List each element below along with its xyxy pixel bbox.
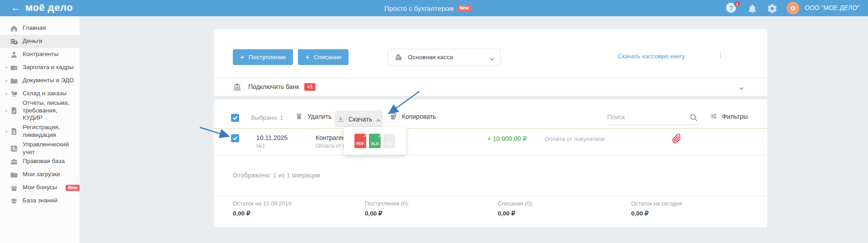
pdf-file-icon[interactable]: PDF: [354, 134, 366, 148]
download-format-menu: PDF XLS 1C: [344, 127, 406, 155]
operation-row[interactable]: 10.11.2025 №1 Контрагент Оплата от покуп…: [214, 128, 767, 155]
header-tagline[interactable]: Просто с бухгалтером: [384, 5, 453, 12]
select-all-checkbox[interactable]: [231, 114, 239, 122]
knowledge-icon: [10, 197, 18, 205]
cash-register-icon: [395, 53, 402, 61]
bank-icon: [233, 83, 241, 91]
briefcase-icon: [10, 158, 18, 166]
back-arrow-icon[interactable]: ←: [11, 2, 21, 14]
help-button[interactable]: ? 1: [726, 3, 738, 14]
cashbox-selected-value: Основная касса: [408, 54, 490, 61]
sidebar-item-dengi[interactable]: ₽ Деньги: [0, 35, 80, 48]
cart-icon: [10, 90, 18, 98]
copy-button[interactable]: Копировать: [390, 112, 436, 120]
bell-icon[interactable]: [747, 3, 758, 14]
copy-icon: [390, 112, 397, 120]
cashbox-panel: + Поступление + Списание Основная касса …: [214, 29, 767, 96]
download-button[interactable]: Скачать: [335, 111, 383, 127]
help-count-badge: 1: [734, 0, 741, 7]
app-logo[interactable]: моё дело: [25, 2, 73, 14]
summary-expense: Списания (0): 0,00 ₽: [498, 201, 533, 217]
connect-bank-label: Подключить банк: [248, 83, 299, 90]
sidebar-item-registratsiya[interactable]: + Регистрация, ликвидация: [0, 121, 80, 142]
download-icon: [337, 115, 344, 123]
kebab-menu-icon[interactable]: ⋮: [717, 51, 725, 62]
sidebar-nav: Главная ₽ Деньги Контрагенты + Зарплата …: [0, 16, 80, 243]
trash-icon: [295, 112, 303, 120]
folder-icon: [10, 77, 18, 85]
document-icon: [10, 127, 18, 136]
sidebar-item-zagruzki[interactable]: Мои загрузки: [0, 168, 80, 181]
wallet-icon: [10, 64, 18, 72]
sidebar-item-glavnaya[interactable]: Главная: [0, 22, 80, 35]
svg-text:₽: ₽: [13, 146, 15, 150]
operation-date: 10.11.2025: [256, 134, 288, 141]
summary-opening-balance: Остаток на 10.09.2010 0,00 ₽: [233, 201, 292, 217]
filters-icon: [710, 112, 717, 120]
svg-text:₽: ₽: [14, 41, 17, 44]
chevron-up-icon: [376, 117, 381, 122]
search-field-wrap: [607, 111, 698, 125]
home-icon: [10, 24, 18, 33]
sidebar-item-bonusy[interactable]: Мои бонусы New: [0, 181, 80, 194]
expand-plus-icon[interactable]: +: [4, 128, 9, 135]
divider: [214, 196, 767, 196]
search-input[interactable]: [607, 111, 684, 123]
income-button[interactable]: + Поступление: [233, 49, 293, 65]
header-tagline-wrap: Просто с бухгалтером New: [384, 0, 471, 16]
plus-icon: +: [305, 53, 310, 61]
delete-button[interactable]: Удалить: [295, 112, 331, 120]
operations-panel: Выбрано: 1 Удалить Скачать Копировать Фи…: [214, 99, 767, 227]
plus-icon: +: [240, 53, 245, 61]
downloads-folder-icon: [10, 171, 18, 179]
sidebar-item-upravlencheskiy[interactable]: ₽ Управленческий учет: [0, 142, 80, 155]
tagline-new-badge: New: [457, 5, 471, 11]
operation-number: №1: [256, 143, 265, 149]
bank-count-badge: +1: [304, 83, 316, 91]
shown-count-label: Отображено: 1 из 1 операции: [233, 172, 320, 179]
sidebar-item-otchety[interactable]: + Отчеты, письма, требования, КУДИР: [0, 100, 80, 121]
sidebar-item-dokumenty[interactable]: + Документы и ЭДО: [0, 74, 80, 87]
sidebar-item-sklad[interactable]: + Склад и заказы: [0, 87, 80, 100]
expand-plus-icon[interactable]: +: [4, 77, 9, 84]
gift-icon: [10, 184, 18, 192]
sidebar-item-kontragenty[interactable]: Контрагенты: [0, 48, 80, 61]
expand-plus-icon[interactable]: +: [4, 107, 9, 114]
user-avatar[interactable]: О: [787, 2, 799, 14]
money-icon: ₽: [10, 37, 18, 46]
connect-bank-row[interactable]: Подключить банк +1: [214, 78, 767, 96]
expense-button[interactable]: + Списание: [298, 49, 349, 65]
gear-icon[interactable]: [767, 3, 778, 14]
expand-plus-icon[interactable]: +: [4, 64, 9, 71]
report-icon: [10, 107, 18, 115]
download-cashbook-link[interactable]: Скачать кассовую книгу: [618, 53, 685, 60]
bonus-new-badge: New: [66, 185, 80, 191]
search-icon[interactable]: [690, 114, 698, 122]
top-header: ← моё дело Просто с бухгалтером New ? 1 …: [0, 0, 868, 16]
operation-amount: + 10 000,00 ₽: [487, 135, 527, 142]
cashbox-select[interactable]: Основная касса: [388, 49, 501, 65]
selected-count-label: Выбрано: 1: [251, 114, 283, 121]
ruble-report-icon: ₽: [10, 145, 18, 153]
sidebar-item-baza-znaniy[interactable]: База знаний: [0, 194, 80, 207]
xls-file-icon[interactable]: XLS: [369, 134, 381, 148]
sidebar-item-pravovaya[interactable]: Правовая база: [0, 155, 80, 168]
summary-today-balance: Остаток на сегодня 0,00 ₽: [631, 201, 682, 217]
filters-button[interactable]: Фильтры: [710, 112, 748, 120]
row-checkbox[interactable]: [231, 134, 239, 142]
chevron-down-icon[interactable]: [739, 84, 744, 89]
person-icon: [10, 51, 18, 59]
onec-file-icon[interactable]: 1C: [383, 134, 395, 148]
chevron-down-icon: [490, 55, 494, 60]
sidebar-item-zarplata[interactable]: + Зарплата и кадры: [0, 61, 80, 74]
app-root: ← моё дело Просто с бухгалтером New ? 1 …: [0, 0, 868, 243]
operation-purpose: Оплата от покупателя: [545, 136, 605, 142]
expand-plus-icon[interactable]: +: [4, 90, 9, 97]
summary-income: Поступления (0): 0,00 ₽: [365, 201, 409, 217]
paperclip-icon[interactable]: [671, 133, 682, 144]
company-name[interactable]: ООО "МОЕ ДЕЛО": [805, 4, 859, 11]
